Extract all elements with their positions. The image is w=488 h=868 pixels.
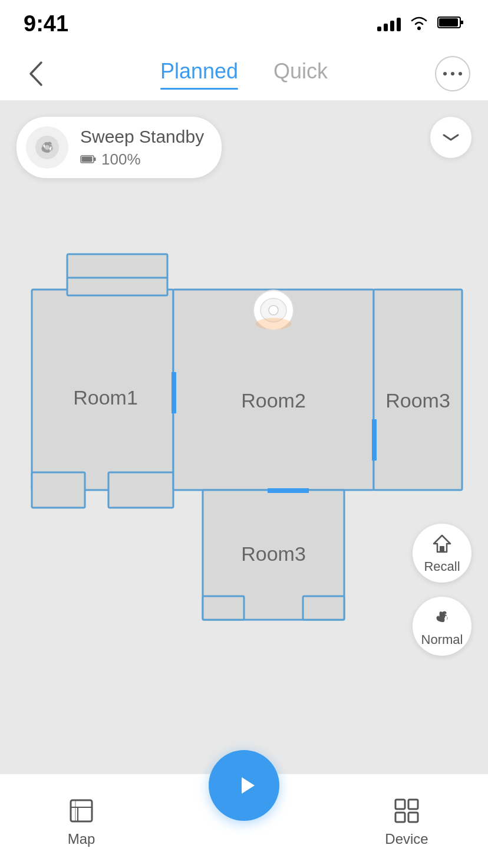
battery-icon <box>437 15 464 32</box>
map-icon <box>66 795 97 826</box>
robot-status-card: Sweep Standby 100% <box>17 117 222 178</box>
svg-rect-24 <box>372 419 377 461</box>
svg-text:Room3: Room3 <box>241 542 306 565</box>
svg-point-5 <box>451 72 454 75</box>
play-icon <box>231 770 262 801</box>
tab-device[interactable]: Device <box>371 795 442 847</box>
svg-rect-22 <box>172 372 176 413</box>
tab-planned[interactable]: Planned <box>160 59 238 88</box>
device-tab-label: Device <box>385 831 428 847</box>
svg-point-0 <box>417 27 421 30</box>
svg-rect-2 <box>439 18 458 27</box>
svg-rect-11 <box>82 157 93 162</box>
svg-text:Room1: Room1 <box>73 386 138 409</box>
play-button-container <box>209 750 279 821</box>
svg-point-9 <box>45 145 50 150</box>
map-area[interactable]: Sweep Standby 100% <box>0 100 488 774</box>
svg-point-6 <box>459 72 462 75</box>
svg-rect-41 <box>408 813 418 822</box>
robot-battery: 100% <box>80 150 204 169</box>
signal-icon <box>377 16 401 31</box>
map-tab-label: Map <box>68 831 95 847</box>
svg-rect-21 <box>303 596 344 620</box>
recall-button[interactable]: Recall <box>413 524 471 583</box>
recall-label: Recall <box>424 559 460 574</box>
svg-rect-37 <box>71 800 92 821</box>
robot-status-label: Sweep Standby <box>80 127 204 147</box>
wifi-icon <box>409 15 429 32</box>
svg-rect-38 <box>395 800 405 809</box>
device-icon <box>391 795 422 826</box>
more-button[interactable] <box>435 56 470 91</box>
svg-point-4 <box>443 72 447 75</box>
battery-percent: 100% <box>101 150 141 169</box>
status-time: 9:41 <box>24 11 68 37</box>
svg-rect-3 <box>460 21 463 24</box>
svg-rect-16 <box>67 254 167 295</box>
play-button[interactable] <box>209 750 279 821</box>
svg-rect-23 <box>268 488 309 493</box>
header: Planned Quick <box>0 47 488 100</box>
status-icons <box>377 15 464 32</box>
svg-rect-40 <box>395 813 405 822</box>
floorplan[interactable]: Room1 Room2 Room3 Room3 <box>18 183 470 703</box>
svg-rect-20 <box>203 596 244 620</box>
normal-label: Normal <box>421 632 463 647</box>
back-button[interactable] <box>18 56 53 91</box>
svg-point-33 <box>256 318 291 330</box>
side-buttons: Recall Normal <box>413 524 471 656</box>
svg-rect-15 <box>108 472 173 508</box>
svg-rect-14 <box>32 472 85 508</box>
normal-button[interactable]: Normal <box>413 597 471 656</box>
svg-rect-12 <box>94 157 96 161</box>
svg-text:Room2: Room2 <box>241 389 306 412</box>
collapse-button[interactable] <box>430 117 471 158</box>
tab-quick[interactable]: Quick <box>273 59 328 88</box>
svg-point-32 <box>269 305 278 315</box>
robot-status-text: Sweep Standby 100% <box>80 127 204 169</box>
tab-map[interactable]: Map <box>46 795 117 847</box>
svg-text:Room3: Room3 <box>385 389 450 412</box>
status-bar: 9:41 <box>0 0 488 47</box>
header-tabs: Planned Quick <box>160 59 328 88</box>
svg-rect-39 <box>408 800 418 809</box>
svg-rect-35 <box>440 546 444 552</box>
robot-icon <box>26 126 68 169</box>
